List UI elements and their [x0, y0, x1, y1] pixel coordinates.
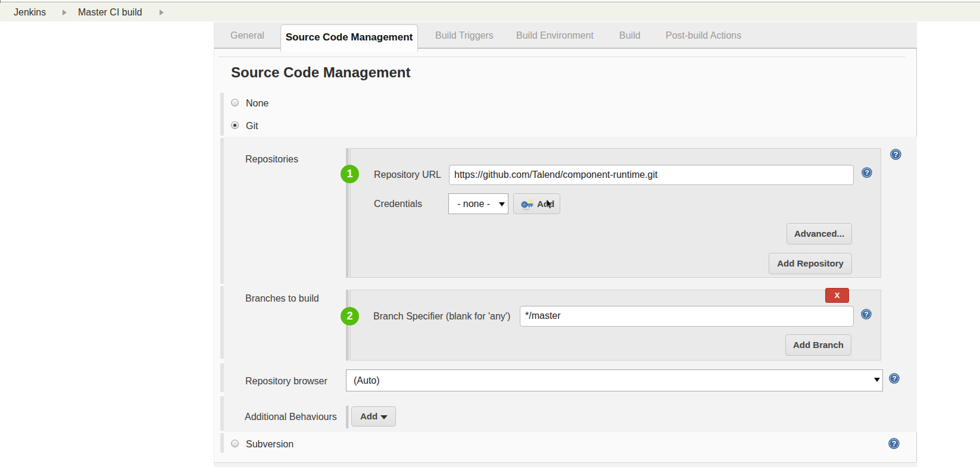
svg-text:?: ? [864, 310, 868, 318]
svg-text:?: ? [892, 440, 897, 448]
svg-text:?: ? [894, 151, 898, 159]
svg-text:?: ? [864, 168, 869, 177]
svg-text:?: ? [892, 374, 896, 383]
